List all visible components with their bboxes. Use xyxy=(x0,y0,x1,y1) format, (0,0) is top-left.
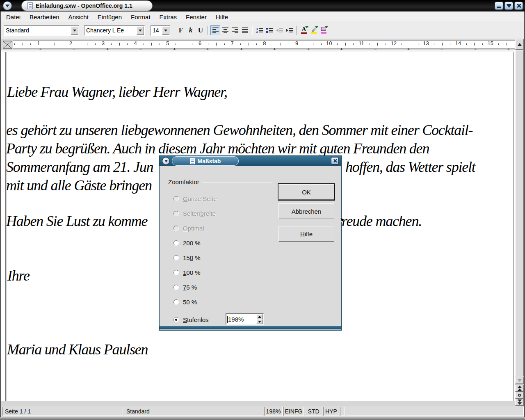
status-insert-mode[interactable]: EINFG xyxy=(283,407,304,416)
horizontal-ruler[interactable]: 123456789101112131415 xyxy=(1,39,515,50)
radio-button-icon[interactable] xyxy=(173,317,179,322)
menu-item-extras[interactable]: Extras xyxy=(160,14,177,21)
background-color-button[interactable] xyxy=(319,25,329,35)
scrollbar-thumb[interactable] xyxy=(515,50,524,376)
align-left-button[interactable] xyxy=(210,25,220,35)
status-extra[interactable] xyxy=(346,407,524,416)
ruler-tick xyxy=(47,43,47,45)
zoom-value-field[interactable]: 198% xyxy=(226,316,256,323)
radio-option-seitenbreite[interactable]: Seitenbreite xyxy=(173,210,216,217)
status-page-style[interactable]: Standard xyxy=(124,407,263,416)
radio-button-icon[interactable] xyxy=(173,240,179,246)
radio-option-stufenlos[interactable]: Stufenlos xyxy=(173,316,209,323)
ok-button[interactable]: OK xyxy=(278,184,334,200)
radio-button-icon[interactable] xyxy=(173,211,179,216)
previous-page-button[interactable] xyxy=(515,385,524,392)
radio-button-icon[interactable] xyxy=(173,196,179,201)
font-size-combo[interactable] xyxy=(151,25,170,36)
numbered-list-button[interactable]: 12 xyxy=(255,25,265,35)
font-dropdown-button[interactable] xyxy=(137,26,144,35)
double-arrow-down-icon xyxy=(518,399,522,405)
align-right-button[interactable] xyxy=(230,25,240,35)
style-dropdown-button[interactable] xyxy=(71,26,78,35)
bullet-list-button[interactable] xyxy=(265,25,274,35)
numbered-list-icon: 12 xyxy=(256,27,263,33)
status-modified[interactable] xyxy=(340,407,345,416)
radio-button-icon[interactable] xyxy=(173,226,179,231)
text-line: Sommeranfang am 21. Jun xyxy=(6,158,153,176)
menu-item-format[interactable]: Format xyxy=(131,14,151,21)
radio-button-icon[interactable] xyxy=(173,270,179,275)
menu-item-datei[interactable]: Datei xyxy=(6,14,21,21)
next-page-button[interactable] xyxy=(515,399,524,406)
ruler-tick xyxy=(345,43,346,46)
cancel-button[interactable]: Abbrechen xyxy=(278,203,334,219)
radio-button-icon[interactable] xyxy=(173,299,179,305)
decrease-indent-button[interactable] xyxy=(274,25,284,35)
menu-item-ansicht[interactable]: Ansicht xyxy=(68,14,89,21)
minimize-icon xyxy=(497,7,501,8)
dropdown-triangle-icon xyxy=(325,26,328,28)
radio-option-75[interactable]: 75 % xyxy=(173,284,197,290)
text-line: hoffen, das Wetter spielt xyxy=(345,158,475,176)
scroll-down-button[interactable] xyxy=(515,377,524,384)
ruler-tick xyxy=(386,43,386,45)
help-button[interactable]: Hilfe xyxy=(278,226,334,242)
radio-option-100[interactable]: 100 % xyxy=(173,269,201,276)
size-dropdown-button[interactable] xyxy=(162,26,169,35)
window-title-tab[interactable]: Einladung.sxw - OpenOffice.org 1.1 xyxy=(21,0,153,11)
menu-item-bearbeiten[interactable]: Bearbeiten xyxy=(30,14,59,21)
ruler-tick xyxy=(23,43,23,46)
italic-button[interactable]: k xyxy=(186,25,196,35)
bold-button[interactable]: F xyxy=(176,25,186,35)
justify-icon xyxy=(242,27,248,33)
toolbar-separator xyxy=(296,26,297,35)
ruler-tick xyxy=(216,43,217,46)
radio-button-icon[interactable] xyxy=(173,285,179,290)
radio-option-150[interactable]: 150 % xyxy=(173,254,201,261)
justify-button[interactable] xyxy=(240,25,250,35)
radio-option-ganzeseite[interactable]: Ganze Seite xyxy=(173,195,217,202)
ruler-tick xyxy=(402,43,402,45)
paragraph-style-combo[interactable] xyxy=(4,25,79,36)
dialog-menu-button[interactable] xyxy=(162,157,170,165)
menu-item-hilfe[interactable]: Hilfe xyxy=(216,14,228,21)
font-name-combo[interactable] xyxy=(84,25,145,36)
ruler-tick xyxy=(442,43,443,46)
close-button[interactable] xyxy=(514,2,523,10)
radio-button-icon[interactable] xyxy=(173,255,179,260)
vertical-scrollbar[interactable] xyxy=(515,39,524,406)
paragraph-style-input[interactable] xyxy=(4,26,79,35)
menu-item-einfgen[interactable]: Einfügen xyxy=(98,14,122,21)
status-selection-mode[interactable]: STD xyxy=(305,407,322,416)
minimize-button[interactable] xyxy=(495,2,503,10)
menu-item-fenster[interactable]: Fenster xyxy=(186,14,207,21)
underline-button[interactable]: U xyxy=(196,25,205,35)
zoom-value-spinner[interactable]: 198% xyxy=(226,313,264,325)
scroll-up-button[interactable] xyxy=(515,39,524,50)
maximize-icon xyxy=(507,4,511,5)
ruler-tick xyxy=(119,43,120,46)
highlighting-button[interactable] xyxy=(309,25,319,35)
radio-option-optimal[interactable]: Optimal xyxy=(173,225,204,231)
align-center-button[interactable] xyxy=(220,25,230,35)
status-page[interactable]: Seite 1 / 1 xyxy=(2,407,123,416)
font-color-button[interactable]: A xyxy=(299,25,309,35)
increase-indent-button[interactable] xyxy=(284,25,294,35)
tab-stop-marker xyxy=(173,48,176,50)
dialog-resize-bar[interactable] xyxy=(160,326,341,329)
indent-marker-icon[interactable] xyxy=(2,40,13,50)
navigation-button[interactable] xyxy=(515,392,524,399)
ruler-tick xyxy=(151,43,152,46)
radio-option-50[interactable]: 50 % xyxy=(173,299,197,305)
window-menu-button[interactable] xyxy=(3,1,12,10)
radio-option-200[interactable]: 200 % xyxy=(173,240,201,246)
dialog-titlebar[interactable]: Maßstab xyxy=(160,156,341,166)
status-zoom[interactable]: 198% xyxy=(264,407,283,416)
spin-up-button[interactable] xyxy=(256,314,263,319)
spin-down-button[interactable] xyxy=(256,319,263,324)
dialog-close-button[interactable] xyxy=(331,157,339,164)
maximize-button[interactable] xyxy=(504,2,513,10)
font-name-input[interactable] xyxy=(84,26,144,35)
status-hyperlink-mode[interactable]: HYP xyxy=(323,407,339,416)
